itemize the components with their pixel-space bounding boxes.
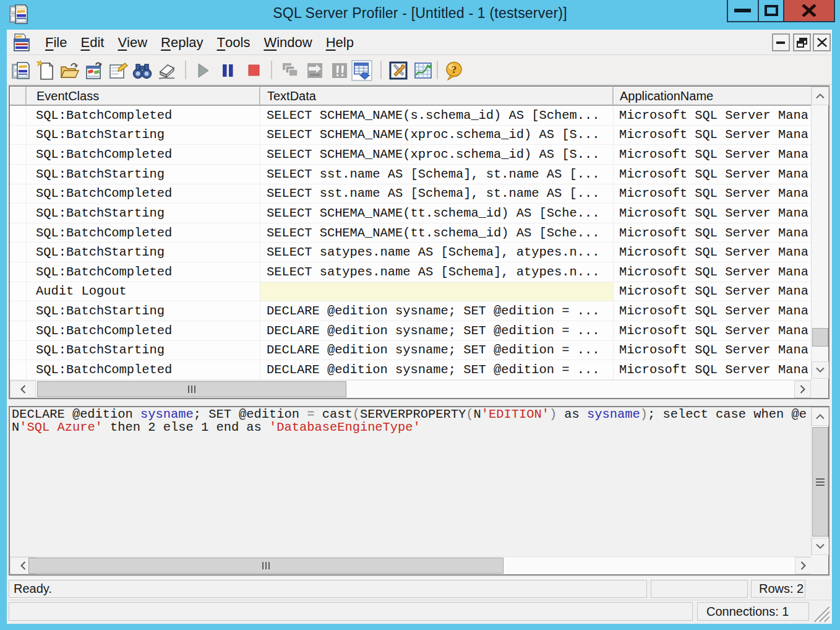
cell-textdata[interactable]: SELECT SCHEMA_NAME(s.schema_id) AS [Sche… bbox=[260, 106, 614, 125]
table-row[interactable]: SQL:BatchCompletedSELECT SCHEMA_NAME(xpr… bbox=[10, 145, 811, 165]
row-selector-cell[interactable] bbox=[10, 243, 27, 262]
table-row[interactable]: SQL:BatchCompletedDECLARE @edition sysna… bbox=[10, 321, 811, 341]
mdi-close-button[interactable] bbox=[813, 33, 831, 51]
row-selector-cell[interactable] bbox=[10, 126, 27, 145]
cell-textdata[interactable]: SELECT sst.name AS [Schema], st.name AS … bbox=[260, 165, 614, 184]
scroll-down-button[interactable] bbox=[812, 361, 829, 379]
scroll-right-button[interactable] bbox=[795, 557, 812, 574]
cell-eventclass[interactable]: Audit Logout bbox=[27, 282, 260, 301]
row-selector-cell[interactable] bbox=[10, 145, 27, 164]
resize-grip[interactable] bbox=[812, 605, 831, 622]
cell-applicationname[interactable]: Microsoft SQL Server Mana bbox=[614, 223, 811, 243]
trace-document-icon[interactable] bbox=[12, 33, 31, 52]
cell-applicationname[interactable]: Microsoft SQL Server Mana bbox=[614, 204, 811, 223]
row-selector-cell[interactable] bbox=[10, 184, 27, 204]
row-selector-cell[interactable] bbox=[10, 165, 27, 184]
clear-trace-button[interactable] bbox=[156, 60, 177, 81]
cell-applicationname[interactable]: Microsoft SQL Server Mana bbox=[614, 262, 811, 282]
cell-eventclass[interactable]: SQL:BatchCompleted bbox=[27, 145, 260, 164]
row-selector-cell[interactable] bbox=[10, 106, 27, 125]
cell-applicationname[interactable]: Microsoft SQL Server Mana bbox=[614, 106, 811, 125]
cell-textdata[interactable]: DECLARE @edition sysname; SET @edition =… bbox=[260, 321, 614, 340]
stop-trace-button[interactable] bbox=[243, 60, 264, 81]
save-trace-button[interactable] bbox=[84, 60, 105, 81]
sql-detail-pane[interactable]: DECLARE @edition sysname; SET @edition =… bbox=[9, 406, 829, 576]
find-button[interactable] bbox=[132, 60, 153, 81]
table-row[interactable]: SQL:BatchCompletedDECLARE @edition sysna… bbox=[10, 360, 811, 380]
help-button[interactable]: ? bbox=[444, 60, 465, 81]
table-row[interactable]: SQL:BatchStartingSELECT SCHEMA_NAME(xpro… bbox=[10, 126, 811, 145]
toggle-breakpoint-button[interactable] bbox=[329, 60, 350, 81]
pause-trace-button[interactable] bbox=[217, 60, 238, 81]
cell-applicationname[interactable]: Microsoft SQL Server Mana bbox=[614, 301, 811, 321]
cell-applicationname[interactable]: Microsoft SQL Server Mana bbox=[614, 184, 811, 204]
cell-applicationname[interactable]: Microsoft SQL Server Mana bbox=[614, 165, 811, 184]
cell-eventclass[interactable]: SQL:BatchStarting bbox=[27, 126, 260, 145]
export-properties-button[interactable] bbox=[108, 60, 129, 81]
cell-textdata[interactable] bbox=[260, 282, 614, 301]
mdi-restore-button[interactable] bbox=[793, 33, 811, 51]
scroll-left-button[interactable] bbox=[10, 381, 36, 398]
title-bar[interactable]: SQL Server Profiler - [Untitled - 1 (tes… bbox=[0, 0, 840, 30]
cell-textdata[interactable]: SELECT satypes.name AS [Schema], atypes.… bbox=[260, 262, 614, 282]
horizontal-scroll-thumb[interactable] bbox=[37, 381, 346, 397]
sql-text[interactable]: DECLARE @edition sysname; SET @edition =… bbox=[12, 408, 810, 554]
vertical-scroll-thumb[interactable] bbox=[812, 328, 828, 347]
table-row[interactable]: SQL:BatchCompletedSELECT satypes.name AS… bbox=[10, 262, 811, 282]
row-selector-cell[interactable] bbox=[10, 282, 27, 301]
system-monitor-button[interactable] bbox=[413, 60, 434, 81]
scroll-up-button[interactable] bbox=[812, 87, 829, 105]
vertical-scroll-thumb[interactable] bbox=[812, 427, 828, 537]
cell-eventclass[interactable]: SQL:BatchCompleted bbox=[27, 106, 260, 125]
menu-item-tools[interactable]: Tools bbox=[210, 30, 257, 55]
detail-horizontal-scrollbar[interactable] bbox=[10, 556, 812, 574]
grid-horizontal-scrollbar[interactable] bbox=[10, 380, 811, 398]
table-row[interactable]: SQL:BatchStartingSELECT SCHEMA_NAME(tt.s… bbox=[10, 204, 811, 223]
cell-applicationname[interactable]: Microsoft SQL Server Mana bbox=[614, 321, 811, 340]
cell-eventclass[interactable]: SQL:BatchStarting bbox=[27, 165, 260, 184]
cell-eventclass[interactable]: SQL:BatchStarting bbox=[27, 301, 260, 321]
table-row[interactable]: SQL:BatchStartingSELECT satypes.name AS … bbox=[10, 243, 811, 262]
table-row[interactable]: SQL:BatchStartingDECLARE @edition sysnam… bbox=[10, 301, 811, 321]
row-selector-cell[interactable] bbox=[10, 223, 27, 243]
horizontal-scroll-thumb[interactable] bbox=[28, 558, 504, 574]
cell-eventclass[interactable]: SQL:BatchStarting bbox=[27, 341, 260, 360]
mdi-minimize-button[interactable] bbox=[772, 33, 790, 51]
cell-eventclass[interactable]: SQL:BatchCompleted bbox=[27, 360, 260, 379]
column-header-textdata[interactable]: TextData bbox=[260, 87, 614, 105]
close-button[interactable] bbox=[784, 0, 835, 22]
menu-item-help[interactable]: Help bbox=[319, 30, 361, 55]
auto-scroll-button[interactable] bbox=[351, 60, 372, 81]
cell-textdata[interactable]: SELECT satypes.name AS [Schema], atypes.… bbox=[260, 243, 614, 262]
table-row[interactable]: SQL:BatchStartingDECLARE @edition sysnam… bbox=[10, 341, 811, 361]
menu-item-file[interactable]: File bbox=[38, 30, 74, 55]
cell-eventclass[interactable]: SQL:BatchStarting bbox=[27, 204, 260, 223]
table-row[interactable]: SQL:BatchStartingSELECT sst.name AS [Sch… bbox=[10, 165, 811, 184]
column-header-eventclass[interactable]: EventClass bbox=[27, 87, 260, 105]
maximize-button[interactable] bbox=[758, 0, 784, 22]
execute-one-step-button[interactable] bbox=[280, 60, 301, 81]
menu-item-replay[interactable]: Replay bbox=[154, 30, 210, 55]
tuning-advisor-button[interactable] bbox=[388, 60, 409, 81]
cell-eventclass[interactable]: SQL:BatchCompleted bbox=[27, 223, 260, 243]
cell-textdata[interactable]: SELECT SCHEMA_NAME(xproc.schema_id) AS [… bbox=[260, 126, 614, 145]
row-selector-cell[interactable] bbox=[10, 360, 27, 379]
row-selector-cell[interactable] bbox=[10, 262, 27, 282]
detail-vertical-scrollbar[interactable] bbox=[811, 407, 828, 556]
cell-applicationname[interactable]: Microsoft SQL Server Mana bbox=[614, 282, 811, 301]
scroll-up-button[interactable] bbox=[812, 407, 829, 426]
row-selector-cell[interactable] bbox=[10, 204, 27, 223]
grid-vertical-scrollbar[interactable] bbox=[811, 87, 828, 380]
row-selector-cell[interactable] bbox=[10, 321, 27, 340]
cell-textdata[interactable]: SELECT SCHEMA_NAME(tt.schema_id) AS [Sch… bbox=[260, 204, 614, 223]
table-row[interactable]: SQL:BatchCompletedSELECT SCHEMA_NAME(s.s… bbox=[10, 106, 811, 126]
cell-applicationname[interactable]: Microsoft SQL Server Mana bbox=[614, 126, 811, 145]
cell-applicationname[interactable]: Microsoft SQL Server Mana bbox=[614, 360, 811, 379]
row-selector-header[interactable] bbox=[10, 87, 27, 105]
menu-item-view[interactable]: View bbox=[111, 30, 154, 55]
cell-eventclass[interactable]: SQL:BatchCompleted bbox=[27, 321, 260, 340]
cell-textdata[interactable]: SELECT SCHEMA_NAME(xproc.schema_id) AS [… bbox=[260, 145, 614, 164]
row-selector-cell[interactable] bbox=[10, 341, 27, 360]
cell-textdata[interactable]: DECLARE @edition sysname; SET @edition =… bbox=[260, 360, 614, 379]
cell-textdata[interactable]: SELECT sst.name AS [Schema], st.name AS … bbox=[260, 184, 614, 204]
